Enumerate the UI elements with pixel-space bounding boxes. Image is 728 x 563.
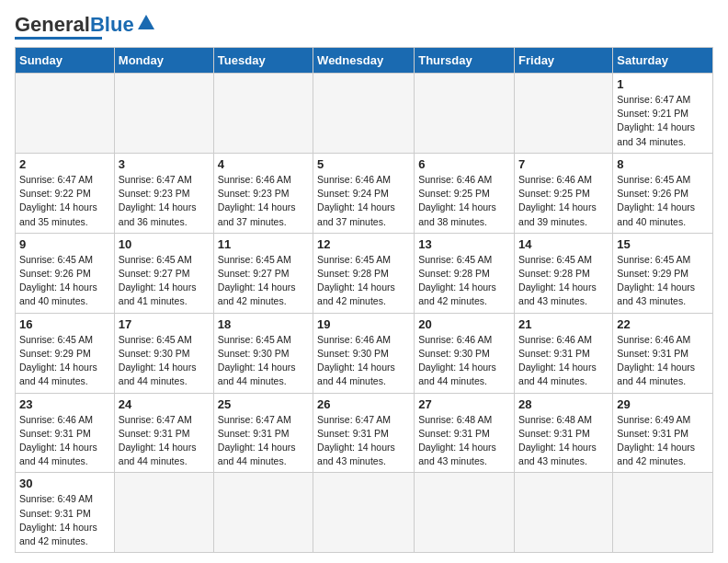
calendar-cell [515,74,613,154]
day-number: 19 [317,317,410,331]
calendar-body: 1Sunrise: 6:47 AM Sunset: 9:21 PM Daylig… [16,74,713,553]
day-info: Sunrise: 6:45 AM Sunset: 9:30 PM Dayligh… [119,333,210,389]
day-info: Sunrise: 6:47 AM Sunset: 9:21 PM Dayligh… [617,93,709,149]
calendar-cell [515,473,613,553]
calendar-cell: 24Sunrise: 6:47 AM Sunset: 9:31 PM Dayli… [114,393,213,473]
calendar-cell: 26Sunrise: 6:47 AM Sunset: 9:31 PM Dayli… [313,393,415,473]
calendar-cell [114,473,213,553]
calendar-cell: 21Sunrise: 6:46 AM Sunset: 9:31 PM Dayli… [515,313,613,393]
calendar-cell [415,74,515,154]
calendar-cell: 17Sunrise: 6:45 AM Sunset: 9:30 PM Dayli… [114,313,213,393]
calendar-cell [213,473,313,553]
calendar-cell: 28Sunrise: 6:48 AM Sunset: 9:31 PM Dayli… [515,393,613,473]
calendar-cell [313,74,415,154]
calendar-cell: 6Sunrise: 6:46 AM Sunset: 9:25 PM Daylig… [415,153,515,233]
calendar-cell: 29Sunrise: 6:49 AM Sunset: 9:31 PM Dayli… [613,393,713,473]
day-info: Sunrise: 6:45 AM Sunset: 9:28 PM Dayligh… [518,253,609,309]
calendar-cell [613,473,713,553]
day-info: Sunrise: 6:46 AM Sunset: 9:24 PM Dayligh… [317,173,410,229]
calendar-cell: 16Sunrise: 6:45 AM Sunset: 9:29 PM Dayli… [16,313,115,393]
day-info: Sunrise: 6:47 AM Sunset: 9:31 PM Dayligh… [218,413,309,469]
day-info: Sunrise: 6:46 AM Sunset: 9:23 PM Dayligh… [218,173,309,229]
calendar-table: SundayMondayTuesdayWednesdayThursdayFrid… [15,47,713,553]
calendar-cell: 10Sunrise: 6:45 AM Sunset: 9:27 PM Dayli… [114,233,213,313]
calendar-cell: 1Sunrise: 6:47 AM Sunset: 9:21 PM Daylig… [613,74,713,154]
day-number: 24 [119,397,210,411]
header: General Blue [15,15,713,40]
day-number: 21 [518,317,609,331]
day-info: Sunrise: 6:45 AM Sunset: 9:29 PM Dayligh… [19,333,110,389]
logo-triangle-icon [136,13,156,33]
day-number: 3 [119,157,210,171]
calendar-cell: 18Sunrise: 6:45 AM Sunset: 9:30 PM Dayli… [213,313,313,393]
day-number: 8 [617,157,709,171]
day-number: 1 [617,77,709,91]
calendar-cell: 8Sunrise: 6:45 AM Sunset: 9:26 PM Daylig… [613,153,713,233]
day-info: Sunrise: 6:46 AM Sunset: 9:31 PM Dayligh… [19,413,110,469]
day-number: 23 [19,397,110,411]
calendar-cell: 3Sunrise: 6:47 AM Sunset: 9:23 PM Daylig… [114,153,213,233]
day-info: Sunrise: 6:46 AM Sunset: 9:30 PM Dayligh… [418,333,510,389]
day-number: 4 [218,157,309,171]
calendar-cell: 12Sunrise: 6:45 AM Sunset: 9:28 PM Dayli… [313,233,415,313]
calendar-week-3: 16Sunrise: 6:45 AM Sunset: 9:29 PM Dayli… [16,313,713,393]
calendar-cell [16,74,115,154]
calendar-week-4: 23Sunrise: 6:46 AM Sunset: 9:31 PM Dayli… [16,393,713,473]
day-number: 12 [317,237,410,251]
day-number: 2 [19,157,110,171]
calendar-cell: 13Sunrise: 6:45 AM Sunset: 9:28 PM Dayli… [415,233,515,313]
column-header-wednesday: Wednesday [313,48,415,74]
day-number: 9 [19,237,110,251]
day-number: 25 [218,397,309,411]
day-info: Sunrise: 6:45 AM Sunset: 9:29 PM Dayligh… [617,253,709,309]
day-number: 27 [418,397,510,411]
day-info: Sunrise: 6:47 AM Sunset: 9:31 PM Dayligh… [119,413,210,469]
day-info: Sunrise: 6:46 AM Sunset: 9:31 PM Dayligh… [617,333,709,389]
calendar-cell: 27Sunrise: 6:48 AM Sunset: 9:31 PM Dayli… [415,393,515,473]
day-number: 18 [218,317,309,331]
calendar-cell: 4Sunrise: 6:46 AM Sunset: 9:23 PM Daylig… [213,153,313,233]
column-header-thursday: Thursday [415,48,515,74]
day-number: 29 [617,397,709,411]
day-number: 11 [218,237,309,251]
calendar-week-1: 2Sunrise: 6:47 AM Sunset: 9:22 PM Daylig… [16,153,713,233]
day-number: 20 [418,317,510,331]
day-number: 15 [617,237,709,251]
logo-blue: Blue [90,15,134,35]
day-number: 26 [317,397,410,411]
logo: General Blue [15,15,156,40]
calendar-cell: 19Sunrise: 6:46 AM Sunset: 9:30 PM Dayli… [313,313,415,393]
day-info: Sunrise: 6:49 AM Sunset: 9:31 PM Dayligh… [19,492,110,548]
day-number: 30 [19,477,110,490]
calendar-cell [313,473,415,553]
day-info: Sunrise: 6:45 AM Sunset: 9:28 PM Dayligh… [317,253,410,309]
day-info: Sunrise: 6:48 AM Sunset: 9:31 PM Dayligh… [518,413,609,469]
svg-marker-0 [138,15,154,29]
calendar-cell: 23Sunrise: 6:46 AM Sunset: 9:31 PM Dayli… [16,393,115,473]
calendar-cell: 30Sunrise: 6:49 AM Sunset: 9:31 PM Dayli… [16,473,115,553]
day-info: Sunrise: 6:46 AM Sunset: 9:25 PM Dayligh… [418,173,510,229]
calendar-cell [213,74,313,154]
calendar-cell: 9Sunrise: 6:45 AM Sunset: 9:26 PM Daylig… [16,233,115,313]
calendar-cell: 22Sunrise: 6:46 AM Sunset: 9:31 PM Dayli… [613,313,713,393]
column-header-sunday: Sunday [16,48,115,74]
calendar-cell: 15Sunrise: 6:45 AM Sunset: 9:29 PM Dayli… [613,233,713,313]
day-number: 7 [518,157,609,171]
logo-general: General [15,15,90,35]
calendar-cell: 25Sunrise: 6:47 AM Sunset: 9:31 PM Dayli… [213,393,313,473]
calendar-cell: 11Sunrise: 6:45 AM Sunset: 9:27 PM Dayli… [213,233,313,313]
day-info: Sunrise: 6:46 AM Sunset: 9:30 PM Dayligh… [317,333,410,389]
calendar-cell: 20Sunrise: 6:46 AM Sunset: 9:30 PM Dayli… [415,313,515,393]
column-header-saturday: Saturday [613,48,713,74]
day-number: 17 [119,317,210,331]
day-info: Sunrise: 6:45 AM Sunset: 9:30 PM Dayligh… [218,333,309,389]
calendar-cell: 14Sunrise: 6:45 AM Sunset: 9:28 PM Dayli… [515,233,613,313]
column-header-friday: Friday [515,48,613,74]
day-number: 28 [518,397,609,411]
day-info: Sunrise: 6:47 AM Sunset: 9:31 PM Dayligh… [317,413,410,469]
day-info: Sunrise: 6:45 AM Sunset: 9:26 PM Dayligh… [617,173,709,229]
day-info: Sunrise: 6:47 AM Sunset: 9:23 PM Dayligh… [119,173,210,229]
day-number: 13 [418,237,510,251]
column-header-tuesday: Tuesday [213,48,313,74]
calendar-cell: 5Sunrise: 6:46 AM Sunset: 9:24 PM Daylig… [313,153,415,233]
